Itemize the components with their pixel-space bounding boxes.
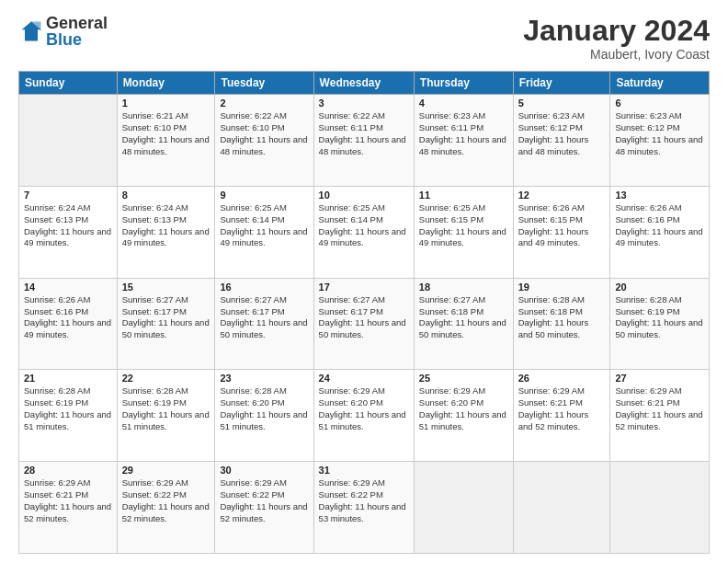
calendar: Sunday Monday Tuesday Wednesday Thursday… bbox=[18, 71, 710, 554]
week-row-4: 28Sunrise: 6:29 AMSunset: 6:21 PMDayligh… bbox=[19, 462, 710, 554]
calendar-header: Sunday Monday Tuesday Wednesday Thursday… bbox=[19, 72, 710, 95]
day-info-3-5: Sunrise: 6:29 AMSunset: 6:21 PMDaylight:… bbox=[518, 385, 606, 432]
day-info-1-6: Sunrise: 6:26 AMSunset: 6:16 PMDaylight:… bbox=[615, 202, 704, 249]
day-cell-0-5: 5Sunrise: 6:23 AMSunset: 6:12 PMDaylight… bbox=[513, 95, 610, 187]
day-cell-4-2: 30Sunrise: 6:29 AMSunset: 6:22 PMDayligh… bbox=[215, 462, 313, 554]
logo-general: General bbox=[46, 15, 108, 31]
title-block: January 2024 Maubert, Ivory Coast bbox=[523, 15, 710, 62]
day-number-0-5: 5 bbox=[518, 98, 606, 109]
day-info-3-1: Sunrise: 6:28 AMSunset: 6:19 PMDaylight:… bbox=[122, 385, 210, 432]
col-wednesday: Wednesday bbox=[313, 72, 414, 95]
day-cell-4-1: 29Sunrise: 6:29 AMSunset: 6:22 PMDayligh… bbox=[117, 462, 215, 554]
day-cell-0-0 bbox=[19, 95, 118, 187]
day-info-4-3: Sunrise: 6:29 AMSunset: 6:22 PMDaylight:… bbox=[319, 477, 409, 524]
day-cell-1-2: 9Sunrise: 6:25 AMSunset: 6:14 PMDaylight… bbox=[215, 186, 313, 278]
col-thursday: Thursday bbox=[414, 72, 513, 95]
day-number-3-5: 26 bbox=[518, 373, 606, 384]
day-cell-2-0: 14Sunrise: 6:26 AMSunset: 6:16 PMDayligh… bbox=[19, 278, 118, 370]
day-cell-4-4 bbox=[414, 462, 513, 554]
day-cell-0-2: 2Sunrise: 6:22 AMSunset: 6:10 PMDaylight… bbox=[215, 95, 313, 187]
day-number-0-1: 1 bbox=[122, 98, 210, 109]
day-number-3-3: 24 bbox=[319, 373, 409, 384]
logo-text: General Blue bbox=[46, 15, 108, 48]
day-number-2-0: 14 bbox=[24, 282, 112, 293]
col-tuesday: Tuesday bbox=[215, 72, 313, 95]
page: General Blue January 2024 Maubert, Ivory… bbox=[0, 0, 728, 563]
day-number-1-4: 11 bbox=[419, 190, 508, 201]
day-info-3-3: Sunrise: 6:29 AMSunset: 6:20 PMDaylight:… bbox=[319, 385, 409, 432]
day-cell-2-6: 20Sunrise: 6:28 AMSunset: 6:19 PMDayligh… bbox=[610, 278, 710, 370]
day-info-2-6: Sunrise: 6:28 AMSunset: 6:19 PMDaylight:… bbox=[615, 294, 704, 341]
day-info-0-3: Sunrise: 6:22 AMSunset: 6:11 PMDaylight:… bbox=[319, 110, 409, 157]
day-info-3-4: Sunrise: 6:29 AMSunset: 6:20 PMDaylight:… bbox=[419, 385, 508, 432]
day-info-1-1: Sunrise: 6:24 AMSunset: 6:13 PMDaylight:… bbox=[122, 202, 210, 249]
day-cell-3-2: 23Sunrise: 6:28 AMSunset: 6:20 PMDayligh… bbox=[215, 370, 313, 462]
day-number-4-1: 29 bbox=[122, 465, 210, 476]
day-cell-2-2: 16Sunrise: 6:27 AMSunset: 6:17 PMDayligh… bbox=[215, 278, 313, 370]
day-info-1-5: Sunrise: 6:26 AMSunset: 6:15 PMDaylight:… bbox=[518, 202, 606, 249]
day-cell-3-4: 25Sunrise: 6:29 AMSunset: 6:20 PMDayligh… bbox=[414, 370, 513, 462]
col-friday: Friday bbox=[513, 72, 610, 95]
day-number-1-5: 12 bbox=[518, 190, 606, 201]
week-row-2: 14Sunrise: 6:26 AMSunset: 6:16 PMDayligh… bbox=[19, 278, 710, 370]
day-cell-1-3: 10Sunrise: 6:25 AMSunset: 6:14 PMDayligh… bbox=[313, 186, 414, 278]
day-info-2-3: Sunrise: 6:27 AMSunset: 6:17 PMDaylight:… bbox=[319, 294, 409, 341]
day-cell-2-5: 19Sunrise: 6:28 AMSunset: 6:18 PMDayligh… bbox=[513, 278, 610, 370]
day-number-2-4: 18 bbox=[419, 282, 508, 293]
col-monday: Monday bbox=[117, 72, 215, 95]
day-info-0-5: Sunrise: 6:23 AMSunset: 6:12 PMDaylight:… bbox=[518, 110, 606, 157]
logo: General Blue bbox=[18, 15, 108, 48]
day-number-3-4: 25 bbox=[419, 373, 508, 384]
day-number-4-2: 30 bbox=[220, 465, 308, 476]
day-number-0-3: 3 bbox=[319, 98, 409, 109]
location-title: Maubert, Ivory Coast bbox=[523, 47, 710, 62]
day-number-0-2: 2 bbox=[220, 98, 308, 109]
day-number-4-3: 31 bbox=[319, 465, 409, 476]
day-number-2-1: 15 bbox=[122, 282, 210, 293]
day-number-1-3: 10 bbox=[319, 190, 409, 201]
day-info-3-6: Sunrise: 6:29 AMSunset: 6:21 PMDaylight:… bbox=[615, 385, 704, 432]
day-number-2-3: 17 bbox=[319, 282, 409, 293]
day-number-4-0: 28 bbox=[24, 465, 112, 476]
day-cell-1-0: 7Sunrise: 6:24 AMSunset: 6:13 PMDaylight… bbox=[19, 186, 118, 278]
day-cell-3-0: 21Sunrise: 6:28 AMSunset: 6:19 PMDayligh… bbox=[19, 370, 118, 462]
day-number-1-0: 7 bbox=[24, 190, 112, 201]
day-info-4-1: Sunrise: 6:29 AMSunset: 6:22 PMDaylight:… bbox=[122, 477, 210, 524]
day-number-1-2: 9 bbox=[220, 190, 308, 201]
day-info-0-6: Sunrise: 6:23 AMSunset: 6:12 PMDaylight:… bbox=[615, 110, 704, 157]
logo-icon bbox=[18, 18, 44, 44]
day-info-2-4: Sunrise: 6:27 AMSunset: 6:18 PMDaylight:… bbox=[419, 294, 508, 341]
day-number-3-6: 27 bbox=[615, 373, 704, 384]
day-cell-1-6: 13Sunrise: 6:26 AMSunset: 6:16 PMDayligh… bbox=[610, 186, 710, 278]
week-row-1: 7Sunrise: 6:24 AMSunset: 6:13 PMDaylight… bbox=[19, 186, 710, 278]
day-cell-3-6: 27Sunrise: 6:29 AMSunset: 6:21 PMDayligh… bbox=[610, 370, 710, 462]
day-info-0-2: Sunrise: 6:22 AMSunset: 6:10 PMDaylight:… bbox=[220, 110, 308, 157]
day-cell-3-3: 24Sunrise: 6:29 AMSunset: 6:20 PMDayligh… bbox=[313, 370, 414, 462]
day-number-0-6: 6 bbox=[615, 98, 704, 109]
day-cell-1-1: 8Sunrise: 6:24 AMSunset: 6:13 PMDaylight… bbox=[117, 186, 215, 278]
day-number-3-2: 23 bbox=[220, 373, 308, 384]
day-number-2-2: 16 bbox=[220, 282, 308, 293]
day-cell-3-5: 26Sunrise: 6:29 AMSunset: 6:21 PMDayligh… bbox=[513, 370, 610, 462]
day-number-2-5: 19 bbox=[518, 282, 606, 293]
day-info-4-2: Sunrise: 6:29 AMSunset: 6:22 PMDaylight:… bbox=[220, 477, 308, 524]
day-number-3-0: 21 bbox=[24, 373, 112, 384]
day-info-1-2: Sunrise: 6:25 AMSunset: 6:14 PMDaylight:… bbox=[220, 202, 308, 249]
header-row: Sunday Monday Tuesday Wednesday Thursday… bbox=[19, 72, 710, 95]
day-cell-1-5: 12Sunrise: 6:26 AMSunset: 6:15 PMDayligh… bbox=[513, 186, 610, 278]
day-cell-4-6 bbox=[610, 462, 710, 554]
day-info-0-4: Sunrise: 6:23 AMSunset: 6:11 PMDaylight:… bbox=[419, 110, 508, 157]
day-number-2-6: 20 bbox=[615, 282, 704, 293]
logo-blue: Blue bbox=[46, 31, 108, 48]
calendar-body: 1Sunrise: 6:21 AMSunset: 6:10 PMDaylight… bbox=[19, 95, 710, 554]
day-info-3-2: Sunrise: 6:28 AMSunset: 6:20 PMDaylight:… bbox=[220, 385, 308, 432]
day-number-1-1: 8 bbox=[122, 190, 210, 201]
day-info-2-5: Sunrise: 6:28 AMSunset: 6:18 PMDaylight:… bbox=[518, 294, 606, 341]
day-cell-0-3: 3Sunrise: 6:22 AMSunset: 6:11 PMDaylight… bbox=[313, 95, 414, 187]
day-cell-4-5 bbox=[513, 462, 610, 554]
day-cell-2-3: 17Sunrise: 6:27 AMSunset: 6:17 PMDayligh… bbox=[313, 278, 414, 370]
day-info-1-3: Sunrise: 6:25 AMSunset: 6:14 PMDaylight:… bbox=[319, 202, 409, 249]
col-saturday: Saturday bbox=[610, 72, 710, 95]
day-cell-0-6: 6Sunrise: 6:23 AMSunset: 6:12 PMDaylight… bbox=[610, 95, 710, 187]
day-info-2-2: Sunrise: 6:27 AMSunset: 6:17 PMDaylight:… bbox=[220, 294, 308, 341]
